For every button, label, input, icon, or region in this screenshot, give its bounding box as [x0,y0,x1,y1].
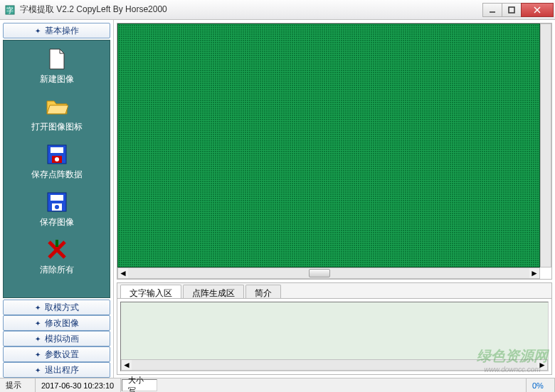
status-hint: 提示 [0,378,36,392]
maximize-button[interactable] [502,3,522,17]
tab-label: 文字输入区 [130,288,172,298]
group-label: 退出程序 [45,364,79,376]
group-label: 基本操作 [45,25,79,37]
sidebar-item-open-image[interactable]: 打开图像图标 [31,95,83,133]
window-title: 字模提取 V2.2 CopyLeft By Horse2000 [20,4,483,16]
status-percent: 0% [527,378,555,392]
scroll-left-icon[interactable]: ◄ [118,268,128,278]
tab-label: 简介 [255,288,272,298]
scroll-left-icon[interactable]: ◄ [122,360,132,370]
tab-dot-output[interactable]: 点阵生成区 [183,285,244,298]
sidebar-item-save-data[interactable]: 保存点阵数据 [31,143,83,181]
textarea-scrollbar-horizontal[interactable]: ◄ ► [121,359,548,371]
svg-point-9 [55,157,59,161]
main-area: ✦ 基本操作 新建图像 打开图像图标 保存点阵数据 保存图像 清除所有 [0,20,555,378]
tab-text-input[interactable]: 文字输入区 [120,285,181,298]
open-folder-icon [46,95,68,118]
canvas-scrollbar-vertical[interactable] [540,23,551,267]
group-label: 取模方式 [45,302,79,314]
bullet-icon: ✦ [35,304,41,312]
scroll-thumb[interactable] [309,269,330,277]
canvas-panel: ◄ ► [117,23,552,280]
sidebar-item-label: 清除所有 [40,264,74,276]
svg-rect-3 [509,7,514,13]
sidebar-item-new-image[interactable]: 新建图像 [40,48,74,85]
sidebar-group-exit[interactable]: ✦退出程序 [3,362,110,378]
save-image-icon [46,191,68,213]
sidebar-item-clear-all[interactable]: 清除所有 [40,238,74,276]
clear-all-icon [46,238,68,261]
close-button[interactable] [521,3,554,17]
save-data-icon [46,143,68,166]
group-label: 修改图像 [45,317,79,329]
sidebar: ✦ 基本操作 新建图像 打开图像图标 保存点阵数据 保存图像 清除所有 [0,20,114,378]
sidebar-group-mode[interactable]: ✦取模方式 [3,300,110,315]
scroll-right-icon[interactable]: ► [529,268,539,278]
text-input-area[interactable]: ◄ ► [120,302,549,371]
minimize-button[interactable] [482,3,502,17]
sidebar-item-label: 保存图像 [40,216,74,228]
new-file-icon [46,48,68,70]
sidebar-group-anim[interactable]: ✦模拟动画 [3,331,110,346]
tab-intro[interactable]: 简介 [245,285,281,298]
bullet-icon: ✦ [35,366,41,374]
sidebar-group-active[interactable]: ✦ 基本操作 [3,23,110,38]
sidebar-body: 新建图像 打开图像图标 保存点阵数据 保存图像 清除所有 [3,40,110,298]
statusbar: 提示 2017-06-30 10:23:10 大小写 0% [0,378,555,392]
sidebar-item-label: 打开图像图标 [31,121,83,133]
scroll-track[interactable] [128,268,529,278]
scroll-right-icon[interactable]: ► [537,360,547,370]
content-area: ◄ ► 文字输入区 点阵生成区 简介 ◄ ► [114,20,555,378]
status-caps: 大小写 [122,379,157,391]
bullet-icon: ✦ [35,319,41,327]
status-progress [158,378,527,392]
tab-label: 点阵生成区 [192,288,235,298]
svg-rect-7 [51,147,63,153]
window-controls [483,3,554,17]
bottom-tabs-panel: 文字输入区 点阵生成区 简介 ◄ ► [117,282,552,375]
sidebar-group-settings[interactable]: ✦参数设置 [3,346,110,362]
canvas-scrollbar-horizontal[interactable]: ◄ ► [117,267,540,279]
scroll-track[interactable] [132,360,537,370]
status-datetime: 2017-06-30 10:23:10 [36,378,121,392]
svg-rect-11 [51,195,63,201]
sidebar-group-stack: ✦取模方式 ✦修改图像 ✦模拟动画 ✦参数设置 ✦退出程序 [3,300,110,378]
bullet-icon: ✦ [35,335,41,343]
sidebar-item-label: 新建图像 [40,73,74,85]
app-icon: 字 [4,4,16,16]
bullet-icon: ✦ [35,351,41,359]
group-label: 模拟动画 [45,333,79,345]
titlebar: 字 字模提取 V2.2 CopyLeft By Horse2000 [0,0,555,20]
sidebar-item-save-image[interactable]: 保存图像 [40,191,74,228]
bullet-icon: ✦ [35,27,41,35]
pixel-canvas[interactable] [117,23,540,267]
svg-text:字: 字 [6,6,14,14]
sidebar-group-edit[interactable]: ✦修改图像 [3,315,110,331]
tab-strip: 文字输入区 点阵生成区 简介 [117,283,551,299]
sidebar-item-label: 保存点阵数据 [31,169,83,181]
group-label: 参数设置 [45,349,79,361]
svg-point-13 [55,205,59,209]
